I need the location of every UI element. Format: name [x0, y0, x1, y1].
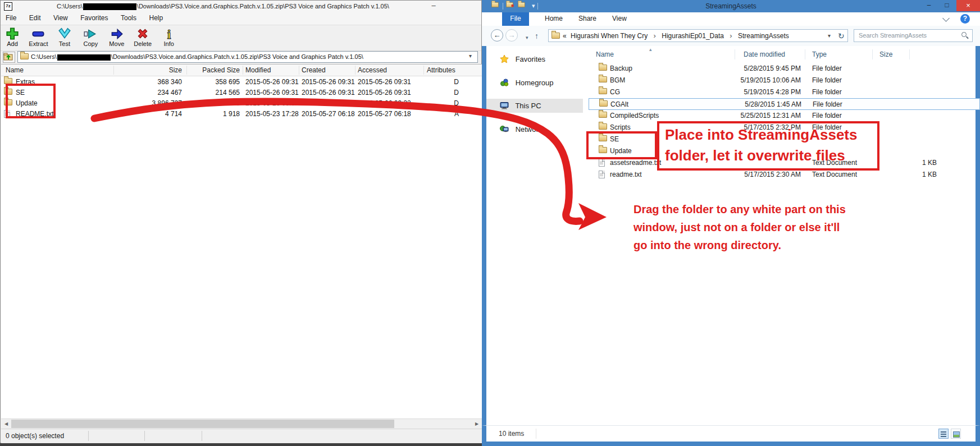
list-item-bgm[interactable]: BGM 5/19/2015 10:06 AM File folder	[589, 75, 980, 86]
list-item-readme[interactable]: readme.txt 5/17/2015 2:30 AM Text Docume…	[589, 169, 980, 181]
table-row-update[interactable]: Update 3 896 737 811 585 2015-05-26 09:3…	[1, 98, 482, 109]
text-file-icon	[599, 159, 605, 167]
list-item-compiledscripts[interactable]: CompiledScripts 5/25/2015 12:31 AM File …	[589, 110, 980, 122]
info-button[interactable]: i Info	[157, 26, 181, 47]
list-item-cgalt-selected[interactable]: CGAlt 5/28/2015 1:45 AM File folder	[589, 98, 980, 110]
move-button[interactable]: Move	[105, 26, 129, 47]
move-arrow-icon	[110, 26, 124, 41]
explorer-ribbon-tabs: File Home Share View ?	[482, 12, 980, 26]
breadcrumb-separator: ›	[654, 31, 656, 40]
text-file-icon	[4, 110, 10, 118]
column-header-name[interactable]: Name	[6, 66, 24, 74]
extract-button[interactable]: Extract	[26, 26, 50, 47]
sevenzip-app-icon: 7z	[4, 2, 12, 11]
maximize-button[interactable]: □	[938, 0, 955, 11]
recent-locations-icon[interactable]: ▾	[526, 35, 528, 40]
folder-icon	[599, 100, 608, 107]
folder-up-icon	[3, 52, 13, 61]
column-header-size[interactable]: Size	[119, 66, 182, 74]
title-path-prefix: C:\Users\	[57, 3, 83, 10]
folder-icon	[4, 89, 12, 95]
forward-button[interactable]: →	[505, 29, 518, 42]
breadcrumb-streamingassets[interactable]: StreamingAssets	[738, 32, 789, 40]
search-icon	[961, 32, 967, 37]
column-header-date[interactable]: Date modified	[744, 50, 785, 58]
svg-text:i: i	[167, 27, 171, 41]
tab-share[interactable]: Share	[578, 12, 596, 26]
explorer-titlebar: ▾ StreamingAssets – □ ×	[482, 0, 980, 12]
column-header-created[interactable]: Created	[302, 66, 326, 74]
column-header-attributes[interactable]: Attributes	[427, 66, 455, 74]
explorer-bottom-border	[482, 442, 980, 446]
back-button[interactable]: ←	[491, 29, 503, 42]
network-icon	[500, 125, 510, 135]
breadcrumb[interactable]: « Higurashi When They Cry › HigurashiEp0…	[548, 29, 848, 42]
address-path-prefix: C:\Users\	[31, 53, 57, 60]
collapse-ribbon-icon[interactable]	[942, 15, 950, 22]
folder-icon	[20, 53, 29, 59]
sevenzip-titlebar: 7z C:\Users\\Downloads\PS3.Voice.and.Gra…	[1, 1, 481, 13]
explorer-body: Favorites Homegroup This PC Network Name…	[482, 46, 980, 425]
sidebar-item-this-pc[interactable]: This PC	[500, 102, 541, 112]
menu-help[interactable]: Help	[144, 12, 168, 24]
column-header-packed[interactable]: Packed Size	[178, 66, 240, 74]
sevenzip-toolbar: Add Extract Test Copy Move Delete i Info	[1, 25, 481, 51]
table-row-readme[interactable]: README.txt 4 714 1 918 2015-05-23 17:28 …	[1, 109, 482, 119]
column-header-size[interactable]: Size	[879, 50, 892, 58]
tab-file[interactable]: File	[502, 12, 529, 26]
scroll-left-icon[interactable]: ◀	[2, 420, 11, 428]
menu-tools[interactable]: Tools	[116, 12, 142, 24]
help-icon[interactable]: ?	[960, 14, 970, 24]
menu-favorites[interactable]: Favorites	[75, 12, 113, 24]
menu-file[interactable]: File	[1, 12, 21, 24]
scroll-right-icon[interactable]: ▶	[472, 420, 481, 428]
menu-view[interactable]: View	[48, 12, 73, 24]
menu-edit[interactable]: Edit	[24, 12, 46, 24]
search-input[interactable]: Search StreamingAssets	[854, 29, 973, 42]
column-header-modified[interactable]: Modified	[245, 66, 271, 74]
address-combobox[interactable]: C:\Users\\Downloads\PS3.Voice.and.Graphi…	[17, 51, 478, 63]
details-view-button[interactable]	[938, 429, 949, 439]
sevenzip-window: 7z C:\Users\\Downloads\PS3.Voice.and.Gra…	[0, 0, 482, 443]
folder-icon	[551, 33, 560, 39]
close-button[interactable]: ×	[956, 0, 980, 11]
explorer-window-title: StreamingAssets	[482, 2, 980, 10]
breadcrumb-ep01data[interactable]: HigurashiEp01_Data	[662, 32, 724, 40]
table-row-se[interactable]: SE 234 467 214 565 2015-05-26 09:31 2015…	[1, 88, 482, 98]
column-header-type[interactable]: Type	[812, 50, 827, 58]
address-dropdown-icon[interactable]: ▾	[469, 53, 472, 59]
refresh-icon[interactable]: ↻	[838, 31, 845, 40]
copy-button[interactable]: Copy	[79, 26, 102, 47]
annotation-place-line2: folder, let it overwrite files	[665, 147, 845, 164]
info-i-icon: i	[162, 26, 176, 41]
test-check-icon	[57, 26, 72, 41]
up-directory-button[interactable]	[3, 52, 15, 63]
breadcrumb-higurashi[interactable]: Higurashi When They Cry	[571, 32, 648, 40]
sidebar-item-homegroup[interactable]: Homegroup	[500, 78, 554, 89]
thumbnail-view-button[interactable]	[951, 429, 961, 439]
folder-icon	[599, 123, 607, 130]
minimize-button[interactable]: –	[425, 1, 442, 11]
tab-view[interactable]: View	[612, 12, 627, 26]
column-header-accessed[interactable]: Accessed	[358, 66, 387, 74]
tab-home[interactable]: Home	[545, 12, 563, 26]
list-item-cg[interactable]: CG 5/19/2015 4:28 PM File folder	[589, 86, 980, 98]
sidebar-item-network[interactable]: Network	[500, 125, 542, 135]
explorer-address-row: ← → ▾ ↑ « Higurashi When They Cry › Higu…	[482, 26, 980, 47]
list-item-backup[interactable]: Backup 5/28/2015 9:45 PM File folder	[589, 63, 980, 75]
scrollbar-thumb[interactable]	[11, 420, 394, 428]
minimize-button[interactable]: –	[920, 0, 937, 11]
table-row-extras[interactable]: Extras 368 340 358 695 2015-05-26 09:31 …	[1, 77, 482, 88]
address-dropdown-icon[interactable]: ▾	[828, 33, 831, 39]
horizontal-scrollbar[interactable]: ◀ ▶	[1, 419, 482, 429]
add-button[interactable]: Add	[1, 26, 24, 47]
up-one-level-button[interactable]: ↑	[535, 31, 539, 40]
sevenzip-column-headers: Name Size Packed Size Modified Created A…	[1, 65, 482, 76]
folder-icon	[4, 78, 12, 84]
test-button[interactable]: Test	[53, 26, 76, 47]
title-path-suffix: \Downloads\PS3.Voice.and.Graphics.Patch.…	[137, 3, 389, 10]
sevenzip-window-title: C:\Users\\Downloads\PS3.Voice.and.Graphi…	[57, 3, 389, 10]
column-header-name[interactable]: Name	[596, 50, 614, 58]
delete-button[interactable]: Delete	[131, 26, 154, 47]
sevenzip-file-list: Name Size Packed Size Modified Created A…	[1, 64, 482, 429]
